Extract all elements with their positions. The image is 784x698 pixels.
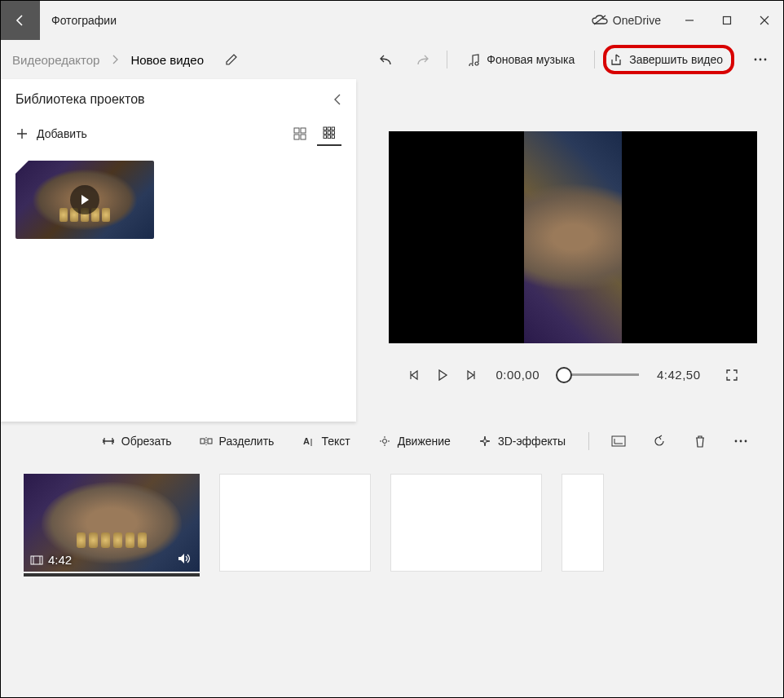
plus-icon [15, 127, 29, 140]
motion-icon [378, 435, 391, 448]
trim-icon [102, 436, 115, 446]
add-media-button[interactable]: Добавить [15, 124, 87, 144]
svg-rect-17 [328, 135, 331, 139]
more-clip-button[interactable] [725, 427, 757, 455]
play-icon [70, 185, 99, 214]
svg-rect-20 [208, 439, 212, 444]
view-large-button[interactable] [288, 121, 312, 146]
svg-rect-10 [324, 127, 327, 130]
finish-video-button[interactable]: Завершить видео [603, 45, 734, 74]
svg-rect-16 [324, 135, 327, 139]
maximize-button[interactable] [708, 1, 746, 40]
rotate-button[interactable] [643, 427, 676, 455]
export-icon [610, 53, 623, 66]
breadcrumb-root[interactable]: Видеоредактор [7, 53, 104, 67]
storyboard-empty-slot[interactable] [562, 474, 604, 572]
add-label: Добавить [37, 127, 87, 140]
play-button[interactable] [437, 369, 448, 381]
svg-rect-25 [612, 436, 625, 446]
trim-button[interactable]: Обрезать [92, 427, 182, 455]
preview-area: 0:00,00 4:42,50 [356, 79, 777, 422]
seek-slider[interactable] [557, 373, 639, 376]
svg-rect-29 [31, 556, 42, 564]
clip-toolbar: Обрезать Разделить A Текст Движение 3D-э… [1, 422, 783, 461]
svg-rect-9 [301, 135, 306, 139]
svg-rect-15 [332, 131, 335, 135]
clip-duration: 4:42 [48, 553, 72, 567]
aspect-ratio-button[interactable] [602, 427, 635, 455]
svg-rect-18 [332, 135, 335, 139]
motion-button[interactable]: Движение [368, 427, 460, 455]
split-icon [200, 436, 213, 446]
back-button[interactable] [1, 1, 40, 40]
library-media-item[interactable] [15, 161, 154, 239]
storyboard-empty-slot[interactable] [219, 474, 371, 572]
storyboard-clip[interactable]: 4:42 [24, 474, 200, 572]
svg-point-3 [755, 59, 757, 61]
svg-point-28 [745, 440, 747, 443]
volume-icon[interactable] [177, 552, 192, 565]
command-bar: Видеоредактор Новое видео Фоновая музыка… [1, 40, 783, 79]
storyboard-empty-slot[interactable] [390, 474, 542, 572]
video-preview[interactable] [389, 131, 757, 343]
storyboard: 4:42 [1, 461, 783, 607]
text-button[interactable]: A Текст [292, 427, 359, 455]
seek-knob[interactable] [556, 367, 572, 383]
svg-rect-8 [294, 135, 299, 139]
svg-rect-7 [301, 128, 306, 133]
motion-label: Движение [398, 435, 451, 448]
background-music-button[interactable]: Фоновая музыка [456, 45, 586, 74]
redo-button[interactable] [406, 45, 438, 74]
text-label: Текст [321, 435, 350, 448]
finish-video-label: Завершить видео [629, 53, 723, 66]
film-icon [30, 555, 43, 565]
cloud-icon [592, 15, 608, 26]
collapse-library-button[interactable] [333, 93, 341, 106]
music-icon [467, 53, 480, 66]
svg-text:A: A [303, 436, 310, 446]
more-button[interactable] [744, 45, 777, 74]
svg-point-5 [764, 59, 767, 61]
sparkle-icon [478, 435, 491, 448]
svg-rect-19 [200, 439, 205, 444]
delete-button[interactable] [684, 427, 716, 455]
project-name[interactable]: Новое видео [127, 53, 207, 67]
effects3d-label: 3D-эффекты [498, 435, 566, 448]
project-library-panel: Библиотека проектов Добавить [1, 79, 356, 422]
edit-name-button[interactable] [217, 45, 246, 74]
svg-point-26 [735, 440, 738, 443]
total-time: 4:42,50 [657, 368, 701, 382]
svg-point-24 [382, 440, 386, 444]
close-button[interactable] [746, 1, 783, 40]
effects3d-button[interactable]: 3D-эффекты [469, 427, 575, 455]
split-label: Разделить [219, 435, 275, 448]
undo-button[interactable] [370, 45, 403, 74]
text-icon: A [302, 435, 315, 447]
app-title: Фотографии [40, 14, 128, 27]
separator [447, 51, 447, 68]
view-small-button[interactable] [317, 121, 341, 146]
svg-rect-12 [332, 127, 335, 130]
separator [594, 51, 595, 68]
library-title: Библиотека проектов [15, 92, 145, 107]
separator [588, 432, 589, 450]
svg-rect-14 [328, 131, 331, 135]
chevron-right-icon [108, 55, 124, 64]
svg-rect-13 [324, 131, 327, 135]
svg-point-27 [740, 440, 742, 443]
current-time: 0:00,00 [496, 368, 540, 382]
prev-frame-button[interactable] [407, 369, 419, 381]
svg-rect-11 [328, 127, 331, 130]
svg-point-4 [760, 59, 762, 61]
onedrive-button[interactable]: OneDrive [582, 14, 671, 27]
onedrive-label: OneDrive [613, 14, 661, 27]
bg-music-label: Фоновая музыка [487, 53, 575, 66]
minimize-button[interactable] [671, 1, 708, 40]
next-frame-button[interactable] [466, 369, 478, 381]
split-button[interactable]: Разделить [190, 427, 284, 455]
svg-rect-6 [294, 128, 299, 133]
svg-rect-2 [724, 17, 731, 24]
titlebar: Фотографии OneDrive [1, 1, 783, 40]
trim-label: Обрезать [121, 435, 172, 448]
fullscreen-button[interactable] [725, 369, 738, 382]
